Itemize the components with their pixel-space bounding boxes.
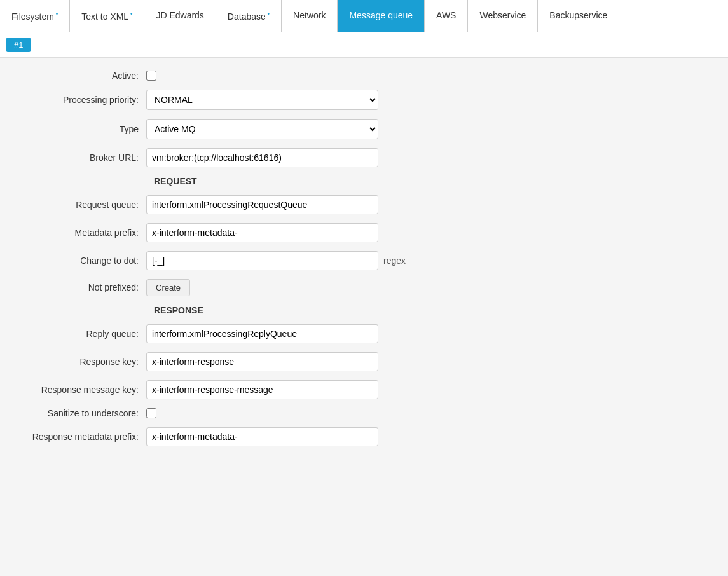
sanitize-label: Sanitize to underscore: — [19, 408, 146, 418]
not-prefixed-row: Not prefixed: Create — [19, 279, 709, 296]
tab-bar: Filesystem • Text to XML • JD Edwards Da… — [0, 0, 728, 32]
processing-priority-row: Processing priority: NORMAL HIGH LOW — [19, 90, 709, 110]
not-prefixed-label: Not prefixed: — [19, 282, 146, 292]
tab-network[interactable]: Network — [282, 0, 338, 32]
request-queue-input[interactable] — [146, 195, 378, 214]
content-area: Active: Processing priority: NORMAL HIGH… — [0, 58, 728, 576]
active-label: Active: — [19, 71, 146, 81]
active-row: Active: — [19, 71, 709, 81]
regex-label: regex — [383, 256, 406, 266]
tab-filesystem-label: Filesystem — [11, 11, 54, 22]
type-select[interactable]: Active MQ RabbitMQ IBM MQ — [146, 119, 378, 139]
response-metadata-prefix-input[interactable] — [146, 427, 378, 446]
response-key-input[interactable] — [146, 352, 378, 371]
tab-jd-edwards-label: JD Edwards — [156, 10, 203, 20]
sub-tab-1-label: #1 — [14, 40, 23, 50]
tab-network-label: Network — [293, 10, 326, 20]
reply-queue-row: Reply queue: — [19, 324, 709, 343]
response-heading: RESPONSE — [19, 305, 709, 315]
response-key-row: Response key: — [19, 352, 709, 371]
sub-tab-1[interactable]: #1 — [6, 38, 31, 52]
response-message-key-row: Response message key: — [19, 380, 709, 399]
tab-webservice-label: Webservice — [479, 10, 526, 20]
tab-message-queue[interactable]: Message queue — [338, 0, 425, 32]
tab-text-to-xml-label: Text to XML — [81, 11, 128, 22]
tab-filesystem[interactable]: Filesystem • — [0, 0, 70, 32]
tab-backupservice[interactable]: Backupservice — [538, 0, 619, 32]
metadata-prefix-row: Metadata prefix: — [19, 223, 709, 242]
tab-aws-label: AWS — [436, 10, 456, 20]
request-heading: REQUEST — [19, 176, 709, 186]
tab-jd-edwards[interactable]: JD Edwards — [144, 0, 216, 32]
tab-filesystem-dot: • — [54, 10, 58, 17]
sub-tab-bar: #1 — [0, 32, 728, 58]
tab-message-queue-label: Message queue — [349, 10, 413, 20]
response-message-key-label: Response message key: — [19, 385, 146, 395]
response-message-key-input[interactable] — [146, 380, 378, 399]
type-label: Type — [19, 124, 146, 134]
tab-webservice[interactable]: Webservice — [468, 0, 538, 32]
metadata-prefix-input[interactable] — [146, 223, 378, 242]
tab-database-dot: • — [266, 10, 270, 17]
tab-text-to-xml[interactable]: Text to XML • — [70, 0, 144, 32]
sanitize-row: Sanitize to underscore: — [19, 408, 709, 418]
broker-url-label: Broker URL: — [19, 153, 146, 163]
type-row: Type Active MQ RabbitMQ IBM MQ — [19, 119, 709, 139]
broker-url-input[interactable] — [146, 148, 378, 167]
metadata-prefix-label: Metadata prefix: — [19, 228, 146, 238]
tab-backupservice-label: Backupservice — [549, 10, 607, 20]
change-to-dot-row: Change to dot: regex — [19, 251, 709, 270]
response-metadata-prefix-label: Response metadata prefix: — [19, 432, 146, 442]
sanitize-checkbox[interactable] — [146, 408, 156, 418]
create-button[interactable]: Create — [146, 279, 190, 296]
reply-queue-input[interactable] — [146, 324, 378, 343]
response-key-label: Response key: — [19, 357, 146, 367]
request-queue-row: Request queue: — [19, 195, 709, 214]
tab-database-label: Database — [228, 11, 266, 22]
request-queue-label: Request queue: — [19, 200, 146, 210]
tab-text-to-xml-dot: • — [128, 10, 132, 17]
processing-priority-label: Processing priority: — [19, 95, 146, 105]
change-to-dot-input[interactable] — [146, 251, 378, 270]
processing-priority-select[interactable]: NORMAL HIGH LOW — [146, 90, 378, 110]
response-metadata-prefix-row: Response metadata prefix: — [19, 427, 709, 446]
broker-url-row: Broker URL: — [19, 148, 709, 167]
change-to-dot-label: Change to dot: — [19, 256, 146, 266]
reply-queue-label: Reply queue: — [19, 329, 146, 339]
active-checkbox[interactable] — [146, 71, 156, 81]
tab-database[interactable]: Database • — [216, 0, 282, 32]
tab-aws[interactable]: AWS — [425, 0, 468, 32]
